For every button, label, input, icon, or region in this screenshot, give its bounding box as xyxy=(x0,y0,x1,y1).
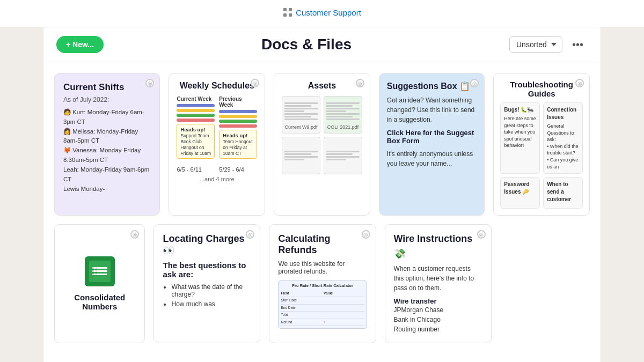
card-title: Current Shifts xyxy=(63,82,151,93)
locating-bold: The best questions to ask are: xyxy=(163,261,251,279)
heads-up-badge-2: Heads up! Team Hangout on Friday at 10am… xyxy=(219,130,257,159)
svg-rect-3 xyxy=(289,13,292,17)
card-assets[interactable]: ◎ Assets xyxy=(274,73,370,216)
wire-emoji: 💸 xyxy=(394,248,482,260)
calc-thumb: Pro Rate / Short Rate Calculator FieldVa… xyxy=(278,280,367,329)
suggestion-desc1: Got an idea? Want something changed? Use… xyxy=(387,95,477,124)
row2-spacer xyxy=(500,224,590,343)
wire-transfer-label: Wire transfer xyxy=(394,297,482,305)
main-container: + New... Docs & Files Unsorted A-Z Z-A D… xyxy=(43,27,601,362)
top-bar: Customer Support xyxy=(0,0,644,27)
card-subtitle: As of July 2022: xyxy=(63,96,151,104)
cards-row-1: ◎ Current Shifts As of July 2022: 🧑 Kurt… xyxy=(54,73,590,216)
wire-desc: When a customer requests this option, he… xyxy=(394,264,482,293)
card-locating-charges[interactable]: ◎ Locating Charges 👀 The best questions … xyxy=(153,224,260,343)
card-title: Locating Charges 👀 xyxy=(163,233,251,256)
card-troubleshooting[interactable]: ◎ Troubleshooting Guides Bugs! 🐛🐜 Here a… xyxy=(493,73,590,216)
heads-up-badge-1: Heads up! Support Team Book Club Hangout… xyxy=(177,124,215,159)
trouble-item-connection: Connection Issues General Questions to a… xyxy=(543,102,583,174)
card-title: Calculating Refunds xyxy=(278,233,367,256)
suggestion-desc2: It's entirely anonymous unless you leave… xyxy=(387,149,477,168)
card-consolidated-numbers[interactable]: ◎ Consolidated Numbers xyxy=(54,224,145,343)
col2-header: Previous Week xyxy=(219,96,257,108)
card-pin: ◎ xyxy=(575,79,584,87)
card-pin: ◎ xyxy=(362,230,370,239)
asset-thumb-coli[interactable]: COLI 2021.pdf xyxy=(324,96,362,134)
card-title: Weekly Schedules xyxy=(177,81,257,91)
asset-thumb-w9[interactable]: Current W9.pdf xyxy=(282,96,320,134)
svg-rect-10 xyxy=(96,267,97,275)
col1-header: Current Week xyxy=(177,96,215,102)
locating-bullets: What was the date of the charge? How muc… xyxy=(163,283,251,308)
svg-rect-2 xyxy=(283,13,287,17)
svg-rect-6 xyxy=(92,267,107,269)
cards-row-2: ◎ Consolidated Numbers xyxy=(54,224,590,343)
toolbar-right: Unsorted A-Z Z-A Date ••• xyxy=(509,36,588,53)
wire-detail: JPMorgan ChaseBank in ChicagoRouting num… xyxy=(394,305,482,334)
card-title: Assets xyxy=(282,81,362,91)
breadcrumb-link[interactable]: Customer Support xyxy=(296,8,361,17)
card-current-shifts[interactable]: ◎ Current Shifts As of July 2022: 🧑 Kurt… xyxy=(54,73,160,216)
card-wire-instructions[interactable]: ◎ Wire Instructions 💸 When a customer re… xyxy=(385,224,492,343)
shifts-text: 🧑 Kurt: Monday-Friday 6am-3pm CT 👩 Melis… xyxy=(63,108,151,194)
svg-rect-8 xyxy=(92,274,107,275)
trouble-item-send-customer: When to send a customer xyxy=(543,177,583,209)
card-weekly-schedules[interactable]: ◎ Weekly Schedules Current Week Heads up… xyxy=(169,73,265,216)
card-pin: ◎ xyxy=(356,79,364,87)
asset-thumb-3[interactable] xyxy=(282,137,320,174)
calc-desc: We use this website for prorated refunds… xyxy=(278,260,367,275)
trouble-item-password: Password Issues 🔑 xyxy=(500,177,540,209)
toolbar: + New... Docs & Files Unsorted A-Z Z-A D… xyxy=(43,27,601,62)
bullet-1: What was the date of the charge? xyxy=(171,283,251,298)
trouble-item-bugs: Bugs! 🐛🐜 Here are some great steps to ta… xyxy=(500,102,540,174)
cards-area: ◎ Current Shifts As of July 2022: 🧑 Kurt… xyxy=(43,62,601,362)
more-button[interactable]: ••• xyxy=(568,36,588,53)
col1-dates: 6/5 - 6/11 xyxy=(177,166,215,173)
asset-thumb-4[interactable] xyxy=(324,137,362,174)
svg-rect-0 xyxy=(283,8,287,11)
card-title: Suggestions Box 📋 xyxy=(387,81,477,91)
grid-icon xyxy=(283,8,292,17)
asset-label-w9: Current W9.pdf xyxy=(285,124,318,130)
card-suggestions-box[interactable]: ◎ Suggestions Box 📋 Got an idea? Want so… xyxy=(379,73,485,216)
svg-rect-1 xyxy=(289,8,292,11)
page-title: Docs & Files xyxy=(261,36,352,53)
more-link: ...and 4 more xyxy=(177,176,257,182)
svg-rect-7 xyxy=(92,270,107,272)
card-title: Troubleshooting Guides xyxy=(500,80,583,98)
svg-rect-9 xyxy=(92,267,94,275)
card-pin: ◎ xyxy=(477,230,486,239)
card-calculating-refunds[interactable]: ◎ Calculating Refunds We use this websit… xyxy=(269,224,376,343)
sort-select[interactable]: Unsorted A-Z Z-A Date xyxy=(509,36,562,53)
new-button[interactable]: + New... xyxy=(56,36,104,53)
suggestion-link[interactable]: Click Here for the Suggest Box Form xyxy=(387,129,477,145)
sheets-icon xyxy=(85,256,115,286)
card-title: Consolidated Numbers xyxy=(62,293,137,311)
asset-label-coli: COLI 2021.pdf xyxy=(327,124,359,130)
bullet-2: How much was xyxy=(171,300,251,308)
card-title: Wire Instructions xyxy=(394,233,482,245)
col2-dates: 5/29 - 6/4 xyxy=(219,166,257,173)
